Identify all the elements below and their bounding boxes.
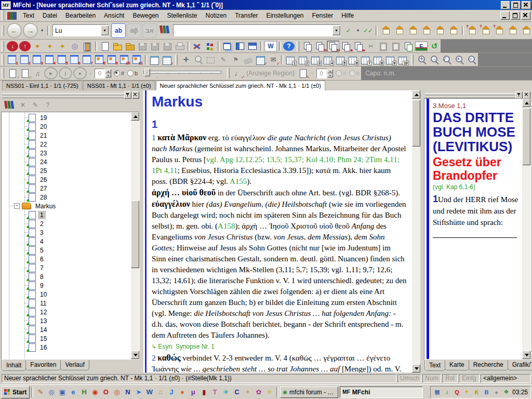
menu-datei[interactable]: Datei (38, 10, 61, 21)
tree-item-25[interactable]: 25 (2, 166, 131, 175)
app-icon[interactable]: MF (1, 1, 11, 9)
nav-history-dropdown[interactable]: ▾ (39, 24, 45, 37)
tree-item-27[interactable]: 27 (2, 184, 131, 193)
tab-inhalt[interactable]: Inhalt (2, 360, 26, 371)
expander-minus-icon[interactable]: − (14, 203, 20, 209)
latin-keyboard-button[interactable]: ab (111, 23, 126, 38)
contents-panel-titlebar[interactable] (1, 91, 140, 98)
cursor-mode-button[interactable]: ✛ (180, 55, 192, 65)
zoom-in-button[interactable]: + (454, 54, 465, 65)
media-player-icon[interactable]: ➤ (133, 387, 144, 397)
home-button-5[interactable] (434, 24, 446, 37)
library-add-button[interactable] (3, 99, 16, 111)
document-tab-neuer-sprachlicher-schl-ssel-zum-griech-[interactable]: Neuer sprachlicher Schlüssel zum griech.… (156, 81, 325, 90)
window-button-4[interactable]: 4 (44, 54, 56, 65)
tree-item-28[interactable]: 28 (2, 193, 131, 202)
window-button-2[interactable]: 2 (19, 54, 31, 65)
tab-favoriten[interactable]: Favoriten (25, 360, 61, 370)
parallel-scrollbar[interactable] (522, 99, 530, 359)
dictionary-books-button[interactable] (158, 24, 171, 37)
notepad-icon[interactable]: ✎ (35, 387, 46, 397)
document-scroll-thumb[interactable] (412, 100, 420, 147)
home-button-2[interactable] (393, 24, 406, 37)
lexicon-button-3[interactable]: ✦ (57, 41, 68, 51)
task-mfchi[interactable]: MFMFchi (340, 387, 423, 398)
toolbar-grip[interactable] (297, 41, 299, 51)
tools-button[interactable] (192, 41, 203, 51)
scroll-down-icon[interactable] (131, 351, 139, 359)
tempo-slider[interactable] (143, 69, 221, 78)
scroll-up-icon[interactable] (131, 112, 139, 121)
document-scrollbar[interactable] (412, 90, 420, 373)
cdrom-button[interactable]: ◎ (69, 41, 81, 51)
tree-item-16[interactable]: 16 (2, 343, 131, 352)
maximize-icon[interactable] (511, 1, 521, 9)
lexicon-button-1[interactable]: ✦ (32, 41, 43, 51)
bluetooth-icon[interactable]: B (483, 388, 490, 396)
download-button[interactable]: ↓ (7, 41, 18, 51)
quick-red-icon[interactable]: Q (453, 388, 461, 396)
parallel-panel-titlebar[interactable] (424, 91, 531, 98)
options-button[interactable] (204, 41, 216, 51)
tab-verlauf[interactable]: Verlauf (60, 360, 89, 370)
capo-sharp-radio[interactable]: # (336, 70, 346, 76)
exit-door-button[interactable] (82, 41, 93, 51)
window-user-button-8[interactable]: 8 (94, 54, 105, 65)
table-button-1[interactable]: 1 (285, 55, 297, 65)
window-user-button-11[interactable]: 11 (131, 54, 143, 65)
translation-combo-arrow-icon[interactable]: ▾ (101, 25, 109, 35)
table-button-10[interactable]: 10 (397, 55, 409, 65)
nav-back-button[interactable]: ← (7, 23, 22, 38)
red-book-icon[interactable]: ▮ (198, 387, 209, 397)
document-content[interactable]: Markus 1 1 κατὰ Μᾶρκον erg. τὸ εὐαγγέλιο… (143, 90, 412, 373)
menu-notizen[interactable]: Notizen (202, 10, 231, 21)
toolbar-grip[interactable] (2, 41, 4, 51)
tree-item-11[interactable]: 11 (2, 299, 131, 308)
scroll-up-icon[interactable] (412, 90, 420, 99)
guitar-chords-button[interactable]: ♩✓ (232, 68, 244, 78)
sharp-radio-dot[interactable] (114, 70, 120, 76)
tab-recherche[interactable]: Recherche (469, 360, 508, 370)
k-app-icon[interactable]: K (473, 388, 481, 396)
tab-text[interactable]: Text (424, 360, 445, 371)
windows-tile-vertical-button[interactable] (234, 41, 246, 51)
copy-formatted-button[interactable] (403, 41, 414, 51)
pin-icon[interactable] (124, 91, 131, 99)
search-icon[interactable]: ◎ (46, 387, 57, 397)
window-button-5[interactable]: 5 (57, 54, 68, 65)
tree-item-6[interactable]: 6 (2, 255, 131, 263)
capo-flat-radio-dot[interactable] (349, 70, 355, 76)
zoom-rotate-button[interactable]: ∕ (441, 54, 453, 65)
opera-icon[interactable]: O (100, 387, 111, 397)
word-icon[interactable]: W (144, 387, 155, 397)
capo-sharp-radio-dot[interactable] (336, 70, 342, 76)
start-button[interactable]: Start (1, 386, 30, 398)
home-button-7[interactable] (507, 24, 519, 37)
capo-flat-radio[interactable]: b (349, 70, 360, 76)
export-word-button[interactable]: w (353, 41, 364, 51)
butterfly-icon[interactable]: ✿ (253, 387, 264, 397)
table-button-9[interactable]: 9 (385, 55, 396, 65)
toolbar-grip[interactable] (2, 55, 4, 65)
table-button-3[interactable]: 3 (310, 55, 322, 65)
region-edit-button[interactable]: ✎ (297, 68, 309, 78)
window-user-button-9[interactable]: 9 (107, 54, 118, 65)
menu-bearbeiten[interactable]: Bearbeiten (61, 10, 100, 21)
spin-up-icon[interactable]: ▲ (327, 69, 333, 73)
desktop-icons-icon[interactable]: ▣ (57, 387, 68, 397)
transpose-spinner[interactable]: 0▲▼ (95, 69, 111, 78)
red-globe-icon[interactable]: ◉ (89, 387, 100, 397)
table-options-button[interactable]: ✓ (162, 55, 173, 65)
home-button-1[interactable] (380, 24, 392, 37)
flat-radio[interactable]: b (127, 70, 138, 76)
notes-export-button[interactable]: E (415, 42, 428, 51)
table-button-4[interactable]: 4 (323, 55, 334, 65)
tree-item-21[interactable]: 21 (2, 131, 131, 140)
home-button-6[interactable] (447, 24, 460, 37)
internet-explorer-icon[interactable]: e (68, 387, 78, 397)
menu-einstellungen[interactable]: Einstellungen (262, 10, 308, 21)
copy-button[interactable] (302, 41, 313, 51)
task-mfchi-forum-go[interactable]: ◉mfchi forum - Go... (280, 387, 338, 398)
window-button-3[interactable]: 3 (32, 54, 43, 65)
window-button-6[interactable]: 6 (69, 54, 81, 65)
